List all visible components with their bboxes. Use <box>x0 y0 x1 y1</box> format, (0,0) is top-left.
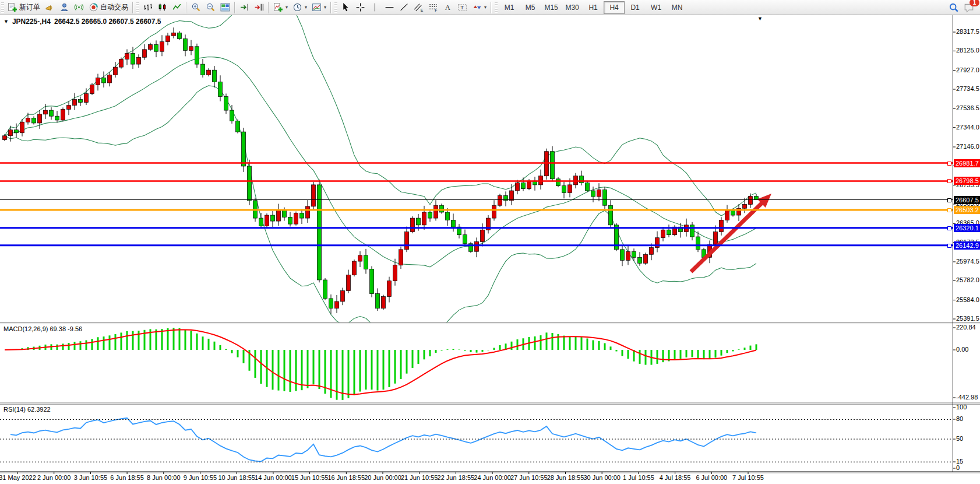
candle-body <box>463 235 467 244</box>
chart-shift-button[interactable] <box>252 1 266 14</box>
cursor-button[interactable] <box>339 1 353 14</box>
candle-body <box>650 248 654 255</box>
candle-body <box>108 75 112 83</box>
timeframe-H4[interactable]: H4 <box>604 1 625 14</box>
line-chart-icon <box>172 2 182 12</box>
indicators-button[interactable]: ▾ <box>271 1 290 14</box>
candle-body <box>341 291 345 301</box>
dropdown-arrow-icon: ▾ <box>324 5 326 10</box>
candle-body <box>749 197 753 205</box>
text-label-button[interactable]: T <box>455 1 470 14</box>
candle-body <box>347 275 351 291</box>
arrows-button[interactable]: ▾ <box>470 1 489 14</box>
chart-title: ▼ JPN225-,H4 26642.5 26665.0 26607.5 266… <box>3 17 161 26</box>
timeframe-M15[interactable]: M15 <box>541 1 562 14</box>
toolbar-grip <box>1 2 4 13</box>
fibonacci-button[interactable]: F <box>426 1 440 14</box>
indicators-icon <box>273 2 283 12</box>
templates-button[interactable]: ▾ <box>309 1 329 14</box>
candle-body <box>90 85 94 93</box>
timeframe-M30[interactable]: M30 <box>562 1 583 14</box>
symbol-period-label: JPN225-,H4 <box>12 17 51 26</box>
periods-button[interactable]: ▾ <box>290 1 309 14</box>
candle-body <box>551 152 555 179</box>
candlestick-chart-button[interactable] <box>155 1 170 14</box>
notifications-button[interactable]: 1 <box>961 1 977 14</box>
candle-body <box>125 54 129 59</box>
main-pane[interactable] <box>3 0 772 338</box>
candle-body <box>259 218 263 226</box>
candle-body <box>178 33 182 38</box>
candle-body <box>352 261 357 275</box>
candle-body <box>38 114 42 123</box>
new-order-button[interactable]: 新订单 <box>5 1 43 14</box>
timeframe-W1[interactable]: W1 <box>646 1 667 14</box>
candle-body <box>119 59 124 67</box>
chart-canvas[interactable] <box>0 0 980 484</box>
candle-body <box>318 185 322 280</box>
symbol-dropdown-icon[interactable]: ▼ <box>3 19 9 24</box>
macd-pane[interactable] <box>5 328 756 400</box>
candle-body <box>521 183 526 189</box>
candle-body <box>516 183 520 191</box>
zoom-out-button[interactable] <box>203 1 218 14</box>
market-watch-button[interactable] <box>43 1 57 14</box>
clock-icon <box>292 2 302 12</box>
candle-body <box>218 82 223 96</box>
candle-body <box>527 181 531 188</box>
candle-body <box>358 255 362 261</box>
candle-body <box>667 230 671 234</box>
candle-body <box>84 94 89 103</box>
candle-body <box>294 213 298 224</box>
auto-trading-button[interactable]: 自动交易 <box>86 1 131 14</box>
profile-button[interactable] <box>57 1 72 14</box>
bar-chart-button[interactable] <box>140 1 155 14</box>
candle-body <box>580 176 584 183</box>
crosshair-icon <box>355 2 365 12</box>
timeframe-H1[interactable]: H1 <box>583 1 604 14</box>
candle-body <box>440 205 444 212</box>
signal-button[interactable] <box>72 1 86 14</box>
candle-body <box>586 183 590 191</box>
candle-body <box>393 265 397 281</box>
rsi-indicator-label: RSI(14) 62.3922 <box>3 406 51 413</box>
zoom-in-button[interactable] <box>189 1 203 14</box>
toolbar-grip <box>136 2 139 13</box>
horizontal-line-button[interactable] <box>382 1 397 14</box>
auto-scroll-button[interactable] <box>237 1 252 14</box>
candle-body <box>242 132 246 166</box>
text-icon: A <box>443 2 453 12</box>
rsi-pane[interactable] <box>10 418 756 462</box>
candle-body <box>44 110 48 114</box>
tile-windows-button[interactable] <box>218 1 232 14</box>
candle-body <box>597 190 601 197</box>
equidistant-channel-button[interactable]: E <box>411 1 426 14</box>
candle-body <box>603 190 607 205</box>
candle-body <box>20 122 24 132</box>
timeframe-M5[interactable]: M5 <box>520 1 541 14</box>
candle-body <box>55 116 59 120</box>
search-button[interactable] <box>946 1 961 14</box>
text-button[interactable]: A <box>440 1 455 14</box>
chart-shift-marker[interactable]: ▼ <box>757 16 763 22</box>
candle-body <box>731 211 735 215</box>
svg-text:A: A <box>445 3 451 12</box>
candle-body <box>300 213 304 218</box>
candle-body <box>271 215 275 221</box>
crosshair-button[interactable] <box>353 1 368 14</box>
line-chart-button[interactable] <box>170 1 184 14</box>
candle-body <box>714 232 718 245</box>
timeframe-M1[interactable]: M1 <box>499 1 520 14</box>
timeframe-toolbar: M1M5M15M30H1H4D1W1MN <box>499 1 688 14</box>
dropdown-arrow-icon: ▾ <box>484 5 487 10</box>
candle-body <box>61 109 65 120</box>
timeframe-MN[interactable]: MN <box>667 1 688 14</box>
horizontal-line-icon <box>385 2 394 12</box>
vertical-line-button[interactable] <box>368 1 382 14</box>
candle-body <box>149 44 153 49</box>
candle-body <box>609 205 613 225</box>
bollinger-lower-band <box>5 86 756 338</box>
templates-icon <box>312 2 322 12</box>
timeframe-D1[interactable]: D1 <box>625 1 646 14</box>
trendline-button[interactable] <box>397 1 411 14</box>
